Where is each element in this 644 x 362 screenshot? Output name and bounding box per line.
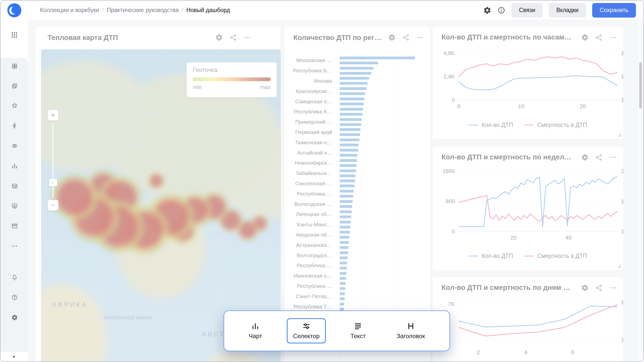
insert-element-toolbar: Чарт Селектор Текст Заголовок: [224, 310, 450, 351]
datalens-logo-icon[interactable]: [7, 3, 22, 18]
insert-heading-label: Заголовок: [396, 333, 425, 340]
help-icon[interactable]: [11, 294, 18, 301]
insert-selector-button[interactable]: Селектор: [287, 318, 326, 343]
top-header: Коллекции и воркбуки / Практические руко…: [28, 1, 643, 20]
insert-heading-button[interactable]: Заголовок: [390, 318, 431, 343]
quick-actions-lightning-icon[interactable]: [11, 122, 18, 129]
breadcrumb-separator: /: [102, 7, 104, 14]
breadcrumb-separator: /: [182, 7, 183, 14]
more-icon[interactable]: [11, 243, 18, 249]
widgets-icon[interactable]: [11, 63, 18, 69]
monitoring-icon[interactable]: [11, 203, 18, 209]
breadcrumb-current-dashboard: Новый дашборд: [186, 7, 230, 14]
tabs-button[interactable]: Вкладки: [549, 3, 586, 18]
vertical-scrollbar[interactable]: [638, 21, 643, 361]
text-icon: [354, 322, 362, 330]
breadcrumb-collections[interactable]: Коллекции и воркбуки: [40, 7, 99, 14]
favorites-star-icon[interactable]: [11, 102, 18, 109]
info-icon[interactable]: [497, 6, 505, 14]
storage-box-icon[interactable]: [11, 223, 18, 229]
insert-text-button[interactable]: Текст: [344, 318, 372, 343]
notifications-bell-icon[interactable]: [11, 274, 18, 281]
insert-chart-button[interactable]: Чарт: [243, 318, 268, 343]
apps-grid-icon[interactable]: [11, 31, 18, 38]
settings-gear-icon[interactable]: [11, 314, 18, 321]
scrollbar-thumb[interactable]: [639, 62, 642, 109]
insert-selector-label: Селектор: [293, 333, 319, 340]
workbooks-icon[interactable]: [11, 83, 18, 89]
charts-icon[interactable]: [11, 163, 18, 169]
datasets-table-icon[interactable]: [11, 183, 18, 189]
breadcrumb-guides[interactable]: Практические руководства: [107, 7, 179, 14]
insert-chart-label: Чарт: [249, 333, 262, 340]
header-actions: Связи Вкладки Сохранить: [483, 3, 636, 18]
links-button[interactable]: Связи: [511, 3, 543, 18]
selector-sliders-icon: [302, 322, 310, 330]
app-window: Коллекции и воркбуки / Практические руко…: [0, 0, 644, 362]
sidebar: [1, 1, 28, 361]
collapse-sidebar-icon[interactable]: [12, 355, 16, 359]
breadcrumb: Коллекции и воркбуки / Практические руко…: [40, 7, 230, 14]
heading-icon: [407, 322, 415, 330]
chart-icon: [251, 322, 259, 330]
insert-text-label: Текст: [350, 333, 366, 340]
sidebar-footer: [1, 351, 28, 361]
dashboard-settings-gear-icon[interactable]: [483, 6, 491, 14]
save-button[interactable]: Сохранить: [592, 3, 636, 18]
connections-icon[interactable]: [11, 143, 18, 149]
